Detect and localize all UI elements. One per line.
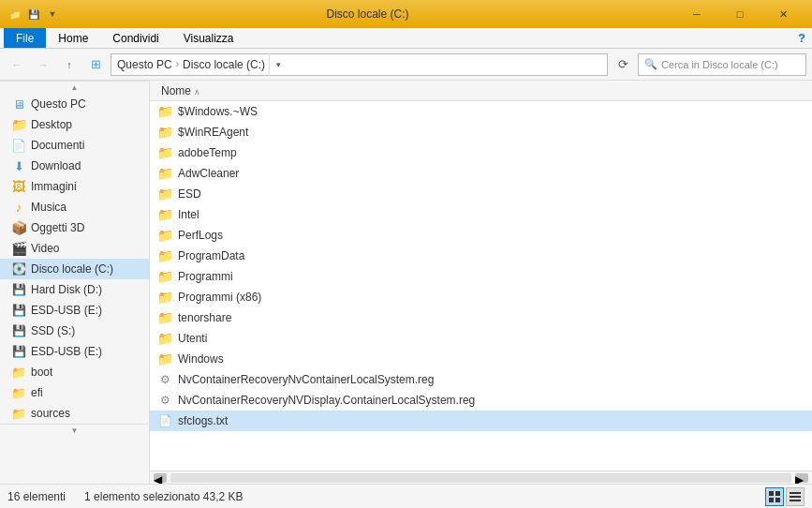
file-name-14: NvContainerRecoveryNVDisplay.ContainerLo… bbox=[178, 394, 475, 407]
help-button[interactable]: ? bbox=[791, 27, 812, 48]
file-item-utenti[interactable]: 📁 Utenti bbox=[150, 328, 812, 349]
maximize-button[interactable]: □ bbox=[718, 0, 761, 28]
column-header-nome[interactable]: Nome ∧ bbox=[154, 84, 208, 97]
hscroll-right-btn[interactable]: ▶ bbox=[795, 473, 808, 483]
hscroll-track[interactable] bbox=[170, 473, 791, 483]
status-selected-info: 1 elemento selezionato 43,2 KB bbox=[84, 490, 243, 503]
sidebar-label-ssd-s: SSD (S:) bbox=[31, 324, 75, 337]
refresh-button[interactable]: ⟳ bbox=[612, 53, 634, 76]
file-item-windows-ws[interactable]: 📁 $Windows.~WS bbox=[150, 101, 812, 122]
svg-rect-0 bbox=[769, 491, 774, 496]
ribbon-tabs: File Home Condividi Visualizza ? bbox=[0, 28, 812, 49]
efi-folder-icon: 📁 bbox=[11, 385, 26, 400]
folder-icon-8: 📁 bbox=[157, 269, 172, 284]
arrow-icon: ▼ bbox=[45, 7, 60, 22]
sidebar-item-download[interactable]: ⬇ Download bbox=[0, 156, 149, 176]
sidebar-item-disco-locale-c[interactable]: 💽 Disco locale (C:) bbox=[0, 259, 149, 279]
hscroll-left-btn[interactable]: ◀ bbox=[154, 473, 167, 483]
file-item-reg-2[interactable]: ⚙ NvContainerRecoveryNVDisplay.Container… bbox=[150, 390, 812, 411]
file-name-5: Intel bbox=[178, 208, 199, 221]
sidebar-item-esd-usb-e1[interactable]: 💾 ESD-USB (E:) bbox=[0, 300, 149, 321]
file-item-programmi-x86[interactable]: 📁 Programmi (x86) bbox=[150, 287, 812, 307]
file-name-12: Windows bbox=[178, 352, 224, 366]
folder-icon-1: 📁 bbox=[157, 125, 172, 140]
file-name-11: Utenti bbox=[178, 332, 207, 345]
sidebar-label-questo-pc: Questo PC bbox=[31, 97, 86, 111]
sidebar-label-efi: efi bbox=[31, 386, 43, 399]
folder-icon-5: 📁 bbox=[157, 207, 172, 222]
folder-icon-12: 📁 bbox=[157, 351, 172, 366]
floppy-icon: 💾 bbox=[26, 7, 41, 22]
sidebar-item-video[interactable]: 🎬 Video bbox=[0, 238, 149, 259]
file-item-intel[interactable]: 📁 Intel bbox=[150, 204, 812, 225]
sidebar-label-documenti: Documenti bbox=[31, 139, 84, 152]
oggetti3d-icon: 📦 bbox=[11, 220, 26, 235]
sidebar-item-questo-pc[interactable]: 🖥 Questo PC bbox=[0, 94, 149, 114]
file-name-13: NvContainerRecoveryNvContainerLocalSyste… bbox=[178, 373, 434, 386]
sidebar-item-ssd-s[interactable]: 💾 SSD (S:) bbox=[0, 321, 149, 341]
breadcrumb-questo-pc[interactable]: Questo PC bbox=[117, 58, 172, 71]
sidebar-item-oggetti3d[interactable]: 📦 Oggetti 3D bbox=[0, 217, 149, 238]
breadcrumb[interactable]: Questo PC › Disco locale (C:) ▾ bbox=[111, 53, 608, 76]
download-icon: ⬇ bbox=[11, 158, 26, 173]
sidebar-item-documenti[interactable]: 📄 Documenti bbox=[0, 135, 149, 156]
view-list-button[interactable] bbox=[786, 487, 805, 506]
file-name-3: AdwCleaner bbox=[178, 167, 239, 180]
sidebar-item-desktop[interactable]: 📁 Desktop bbox=[0, 114, 149, 135]
desktop-icon: 📁 bbox=[11, 117, 26, 132]
file-item-esd[interactable]: 📁 ESD bbox=[150, 184, 812, 204]
up-button[interactable]: ↑ bbox=[58, 53, 81, 76]
drive-c-icon: 💽 bbox=[11, 261, 26, 276]
sidebar-item-hard-disk-d[interactable]: 💾 Hard Disk (D:) bbox=[0, 279, 149, 300]
file-item-reg-1[interactable]: ⚙ NvContainerRecoveryNvContainerLocalSys… bbox=[150, 369, 812, 390]
sidebar-item-sources[interactable]: 📁 sources bbox=[0, 403, 149, 424]
tab-home[interactable]: Home bbox=[46, 28, 100, 48]
search-bar[interactable]: 🔍 Cerca in Disco locale (C:) bbox=[638, 53, 806, 76]
file-item-winreagent[interactable]: 📁 $WinREAgent bbox=[150, 122, 812, 142]
tab-visualizza[interactable]: Visualizza bbox=[171, 28, 246, 48]
file-item-programmi[interactable]: 📁 Programmi bbox=[150, 266, 812, 287]
txt-icon-15: 📄 bbox=[157, 413, 172, 428]
file-item-programdata[interactable]: 📁 ProgramData bbox=[150, 246, 812, 266]
forward-button[interactable]: → bbox=[32, 53, 54, 76]
view-grid-button[interactable] bbox=[765, 487, 784, 506]
sidebar-label-desktop: Desktop bbox=[31, 118, 72, 131]
file-list[interactable]: 📁 $Windows.~WS 📁 $WinREAgent 📁 adobeTemp… bbox=[150, 101, 812, 471]
tab-condividi[interactable]: Condividi bbox=[100, 28, 170, 48]
close-button[interactable]: ✕ bbox=[761, 0, 805, 28]
drive-d-icon: 💾 bbox=[11, 282, 26, 297]
file-item-adobetemp[interactable]: 📁 adobeTemp bbox=[150, 142, 812, 163]
sidebar-item-efi[interactable]: 📁 efi bbox=[0, 382, 149, 403]
file-name-1: $WinREAgent bbox=[178, 126, 248, 139]
sidebar-scroll-up[interactable]: ▲ bbox=[0, 81, 149, 94]
video-icon: 🎬 bbox=[11, 241, 26, 256]
sidebar-item-esd-usb-e2[interactable]: 💾 ESD-USB (E:) bbox=[0, 341, 149, 362]
file-name-0: $Windows.~WS bbox=[178, 105, 258, 118]
hscroll-area[interactable]: ◀ ▶ bbox=[150, 471, 812, 484]
col-header-nome-label: Nome bbox=[161, 84, 191, 97]
file-item-windows[interactable]: 📁 Windows bbox=[150, 349, 812, 369]
file-item-perflogs[interactable]: 📁 PerfLogs bbox=[150, 225, 812, 246]
minimize-button[interactable]: ─ bbox=[675, 0, 718, 28]
sidebar-label-disco-locale-c: Disco locale (C:) bbox=[31, 262, 113, 276]
file-name-10: tenorshare bbox=[178, 311, 231, 324]
file-item-adwcleaner[interactable]: 📁 AdwCleaner bbox=[150, 163, 812, 184]
sidebar-item-immagini[interactable]: 🖼 Immagini bbox=[0, 176, 149, 197]
file-item-sfclogs[interactable]: 📄 sfclogs.txt bbox=[150, 411, 812, 431]
svg-rect-5 bbox=[790, 496, 801, 498]
title-bar-icons: 📁 💾 ▼ bbox=[7, 7, 60, 22]
breadcrumb-dropdown[interactable]: ▾ bbox=[269, 53, 288, 76]
svg-rect-1 bbox=[775, 491, 780, 496]
sidebar-scroll-down[interactable]: ▼ bbox=[0, 424, 149, 437]
file-item-tenorshare[interactable]: 📁 tenorshare bbox=[150, 307, 812, 328]
folder-icon-9: 📁 bbox=[157, 290, 172, 305]
tab-file[interactable]: File bbox=[4, 28, 46, 48]
folder-icon-7: 📁 bbox=[157, 248, 172, 263]
back-button[interactable]: ← bbox=[6, 53, 28, 76]
svg-rect-2 bbox=[769, 498, 774, 502]
sidebar-item-boot[interactable]: 📁 boot bbox=[0, 362, 149, 382]
search-placeholder: Cerca in Disco locale (C:) bbox=[661, 59, 778, 70]
view-controls bbox=[765, 487, 805, 506]
breadcrumb-disco-locale[interactable]: Disco locale (C:) bbox=[183, 58, 265, 71]
sidebar-item-musica[interactable]: ♪ Musica bbox=[0, 197, 149, 217]
